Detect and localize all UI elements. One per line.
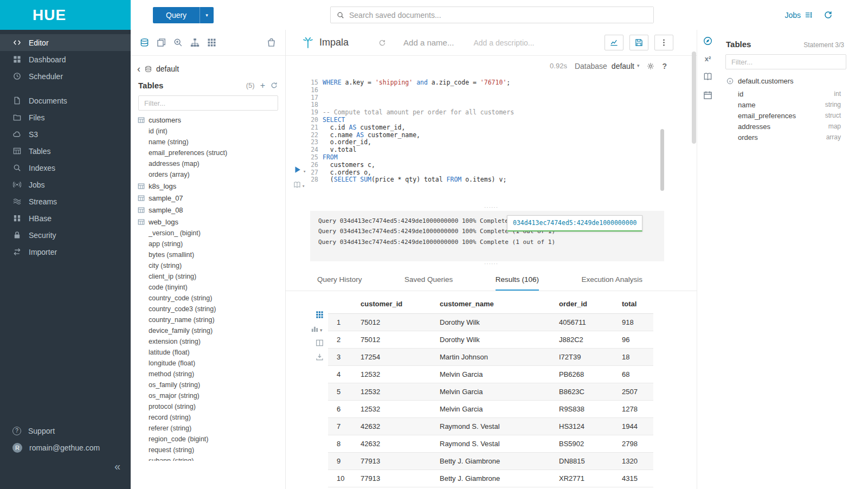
editor-scrollbar[interactable] xyxy=(660,129,664,191)
breadcrumb-database[interactable]: default xyxy=(156,65,179,73)
assist-column-item[interactable]: latitude (float) xyxy=(131,347,285,358)
query-description-input[interactable]: Add a descriptio... xyxy=(473,38,534,47)
assist-column-item[interactable]: os_major (string) xyxy=(131,390,285,401)
assist-column-item[interactable]: country_name (string) xyxy=(131,314,285,325)
assist-column-item[interactable]: referer (string) xyxy=(131,423,285,434)
sidebar-item-indexes[interactable]: Indexes xyxy=(0,159,131,176)
assist-column-item[interactable]: app (string) xyxy=(131,239,285,249)
right-panel-table[interactable]: default.customers xyxy=(718,74,868,88)
tab-query-history[interactable]: Query History xyxy=(317,269,362,291)
query-button[interactable]: Query xyxy=(153,7,200,23)
assist-column-item[interactable]: bytes (smallint) xyxy=(131,249,285,260)
resize-handle-bottom[interactable]: ······ xyxy=(286,261,697,266)
assist-table-item[interactable]: web_logs xyxy=(131,216,285,228)
sidebar-item-s3[interactable]: S3 xyxy=(0,126,131,143)
query-id-tooltip[interactable]: 034d413ec7474ed5:4249de1000000000 xyxy=(507,215,642,231)
assist-column-item[interactable]: addresses (map) xyxy=(131,158,285,169)
database-select[interactable]: default ▾ xyxy=(612,62,640,70)
refresh-icon[interactable] xyxy=(271,82,278,89)
right-panel-column[interactable]: namestring xyxy=(718,99,868,110)
jobs-link[interactable]: Jobs xyxy=(785,11,813,20)
functions-icon[interactable]: x² xyxy=(705,55,711,63)
save-button[interactable] xyxy=(629,35,648,50)
results-column-header[interactable]: total xyxy=(616,295,653,314)
chart-button[interactable] xyxy=(605,35,623,50)
assist-table-item[interactable]: sample_07 xyxy=(131,192,285,204)
assist-column-item[interactable]: os_family (string) xyxy=(131,379,285,390)
assist-column-item[interactable]: record (string) xyxy=(131,412,285,423)
add-table-icon[interactable]: + xyxy=(260,81,265,90)
assist-column-item[interactable]: client_ip (string) xyxy=(131,271,285,282)
query-dropdown-caret[interactable]: ▾ xyxy=(200,7,214,23)
sidebar-item-streams[interactable]: Streams xyxy=(0,193,131,210)
zoom-source-icon[interactable] xyxy=(173,38,183,47)
sidebar-item-user[interactable]: R romain@gethue.com xyxy=(0,439,131,456)
assist-column-item[interactable]: region_code (bigint) xyxy=(131,434,285,445)
main-scrollbar[interactable] xyxy=(692,52,696,144)
query-history-icon[interactable] xyxy=(824,10,833,20)
assist-column-item[interactable]: protocol (string) xyxy=(131,401,285,412)
results-column-header[interactable]: order_id xyxy=(554,295,616,314)
assist-column-item[interactable]: subapp (string) xyxy=(131,455,285,461)
code-editor[interactable]: ▾ ▾ 1516171819202122232425262728 WHERE a… xyxy=(286,76,697,205)
sidebar-item-dashboard[interactable]: Dashboard xyxy=(0,51,131,68)
db-source-icon[interactable] xyxy=(140,38,149,47)
scheduler-calendar-icon[interactable] xyxy=(703,91,712,100)
sidebar-item-tables[interactable]: Tables xyxy=(0,143,131,159)
right-panel-column[interactable]: addressesmap xyxy=(718,121,868,132)
grid-view-icon[interactable] xyxy=(311,311,328,319)
right-panel-column[interactable]: ordersarray xyxy=(718,132,868,143)
assist-column-item[interactable]: longitude (float) xyxy=(131,358,285,369)
sidebar-item-security[interactable]: Security xyxy=(0,227,131,243)
assist-filter-input[interactable] xyxy=(138,95,278,111)
right-panel-filter-input[interactable] xyxy=(725,54,846,69)
sidebar-item-files[interactable]: Files xyxy=(0,109,131,126)
assist-table-item[interactable]: sample_08 xyxy=(131,204,285,216)
tab-results-106[interactable]: Results (106) xyxy=(496,269,539,291)
apps-source-icon[interactable] xyxy=(207,38,216,47)
assist-table-item[interactable]: k8s_logs xyxy=(131,180,285,192)
assist-column-item[interactable]: _version_ (bigint) xyxy=(131,228,285,239)
sidebar-item-support[interactable]: ? Support xyxy=(0,422,131,439)
assist-column-item[interactable]: city (string) xyxy=(131,260,285,271)
columns-view-icon[interactable] xyxy=(311,339,328,347)
chart-view-control[interactable]: ▾ xyxy=(311,325,328,333)
explore-compass-icon[interactable] xyxy=(703,36,712,46)
help-question-icon[interactable]: ? xyxy=(662,62,667,70)
sidebar-item-scheduler[interactable]: Scheduler xyxy=(0,68,131,85)
collections-source-icon[interactable] xyxy=(267,38,276,47)
tab-execution-analysis[interactable]: Execution Analysis xyxy=(581,269,642,291)
sidebar-item-jobs[interactable]: Jobs xyxy=(0,176,131,193)
assist-column-item[interactable]: code (tinyint) xyxy=(131,282,285,293)
assist-column-item[interactable]: email_preferences (struct) xyxy=(131,147,285,158)
sidebar-collapse-button[interactable]: « xyxy=(0,456,131,473)
assist-column-item[interactable]: extension (string) xyxy=(131,336,285,347)
settings-gear-icon[interactable] xyxy=(647,62,654,70)
download-icon[interactable] xyxy=(311,353,328,361)
editor-history-icon[interactable] xyxy=(378,39,386,47)
resize-handle-top[interactable]: ······ xyxy=(286,205,697,210)
assist-column-item[interactable]: request (string) xyxy=(131,445,285,455)
assist-column-item[interactable]: id (int) xyxy=(131,126,285,137)
search-input[interactable] xyxy=(349,7,653,23)
sidebar-item-hbase[interactable]: HBase xyxy=(0,210,131,227)
hue-logo[interactable]: HUE xyxy=(0,0,131,30)
assist-table-item[interactable]: customers xyxy=(131,114,285,126)
tab-saved-queries[interactable]: Saved Queries xyxy=(404,269,453,291)
assist-column-item[interactable]: orders (array) xyxy=(131,169,285,180)
right-panel-column[interactable]: email_preferencesstruct xyxy=(718,110,868,121)
assist-column-item[interactable]: name (string) xyxy=(131,137,285,147)
assist-column-item[interactable]: country_code3 (string) xyxy=(131,304,285,314)
sitemap-source-icon[interactable] xyxy=(190,38,200,47)
assist-column-item[interactable]: method (string) xyxy=(131,369,285,379)
assist-column-item[interactable]: device_family (string) xyxy=(131,325,285,336)
sidebar-item-editor[interactable]: Editor xyxy=(0,34,131,51)
results-column-header[interactable] xyxy=(328,295,355,314)
assist-column-item[interactable]: country_code (string) xyxy=(131,293,285,304)
more-actions-button[interactable] xyxy=(654,35,673,50)
sidebar-item-importer[interactable]: Importer xyxy=(0,243,131,260)
language-reference-icon[interactable] xyxy=(703,72,712,81)
chevron-left-icon[interactable]: ‹ xyxy=(137,64,140,74)
query-name-input[interactable]: Add a name... xyxy=(403,38,454,47)
right-panel-column[interactable]: idint xyxy=(718,88,868,99)
